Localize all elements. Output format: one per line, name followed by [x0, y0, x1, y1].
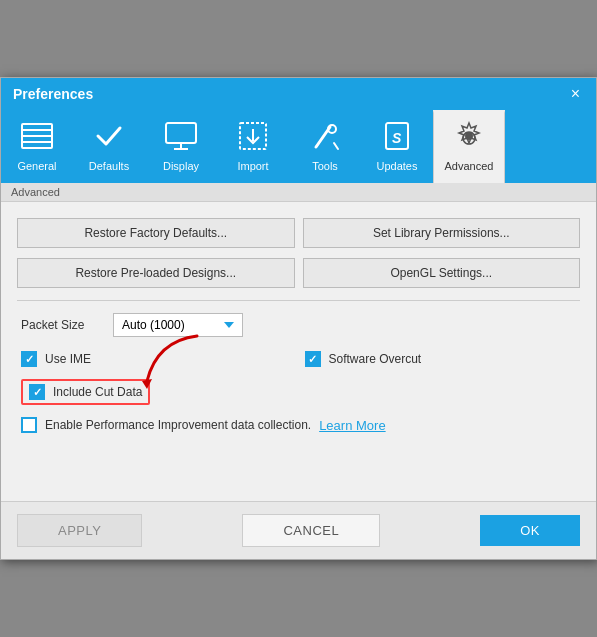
- packet-size-label: Packet Size: [21, 318, 101, 332]
- title-bar: Preferences ×: [1, 78, 596, 110]
- set-library-button[interactable]: Set Library Permissions...: [303, 218, 581, 248]
- tab-advanced[interactable]: Advanced: [433, 110, 505, 183]
- tab-general[interactable]: General: [1, 110, 73, 180]
- dropdown-arrow-icon: [224, 322, 234, 328]
- svg-text:S: S: [392, 130, 402, 146]
- restore-preloaded-button[interactable]: Restore Pre-loaded Designs...: [17, 258, 295, 288]
- window-title: Preferences: [13, 86, 93, 102]
- general-icon: [20, 121, 54, 156]
- tab-tools-label: Tools: [312, 160, 338, 172]
- use-ime-label: Use IME: [45, 352, 91, 366]
- packet-size-row: Packet Size Auto (1000): [17, 313, 580, 337]
- tab-bar: General Defaults Display: [1, 110, 596, 183]
- svg-rect-4: [166, 123, 196, 143]
- packet-size-value: Auto (1000): [122, 318, 185, 332]
- include-cut-data-row: Include Cut Data: [17, 379, 150, 405]
- footer: APPLY CANCEL OK: [1, 501, 596, 559]
- tab-defaults[interactable]: Defaults: [73, 110, 145, 180]
- content-area: Restore Factory Defaults... Set Library …: [1, 202, 596, 461]
- display-icon: [164, 121, 198, 156]
- tab-advanced-label: Advanced: [445, 160, 494, 172]
- restore-factory-button[interactable]: Restore Factory Defaults...: [17, 218, 295, 248]
- software-overcut-col: Software Overcut: [305, 351, 581, 367]
- close-button[interactable]: ×: [567, 86, 584, 102]
- ok-button[interactable]: OK: [480, 515, 580, 546]
- preferences-window: Preferences × General Defaults: [0, 77, 597, 560]
- performance-row: Enable Performance Improvement data coll…: [17, 417, 580, 433]
- tab-display-label: Display: [163, 160, 199, 172]
- tools-icon: [308, 121, 342, 156]
- opengl-button[interactable]: OpenGL Settings...: [303, 258, 581, 288]
- button-row-2: Restore Pre-loaded Designs... OpenGL Set…: [17, 258, 580, 288]
- use-ime-checkbox[interactable]: [21, 351, 37, 367]
- tab-import-label: Import: [237, 160, 268, 172]
- import-icon: [236, 121, 270, 156]
- enable-performance-label: Enable Performance Improvement data coll…: [45, 418, 311, 432]
- cancel-button[interactable]: CANCEL: [242, 514, 380, 547]
- tab-display[interactable]: Display: [145, 110, 217, 180]
- divider-1: [17, 300, 580, 301]
- tab-updates[interactable]: S Updates: [361, 110, 433, 180]
- software-overcut-checkbox[interactable]: [305, 351, 321, 367]
- breadcrumb: Advanced: [1, 183, 596, 202]
- enable-performance-checkbox[interactable]: [21, 417, 37, 433]
- ime-overcut-row: Use IME Software Overcut: [17, 351, 580, 367]
- defaults-icon: [92, 121, 126, 156]
- include-cut-data-label: Include Cut Data: [53, 385, 142, 399]
- tab-general-label: General: [17, 160, 56, 172]
- learn-more-link[interactable]: Learn More: [319, 418, 385, 433]
- software-overcut-label: Software Overcut: [329, 352, 422, 366]
- svg-line-11: [334, 143, 338, 149]
- advanced-icon: [452, 121, 486, 156]
- tab-import[interactable]: Import: [217, 110, 289, 180]
- tab-tools[interactable]: Tools: [289, 110, 361, 180]
- updates-icon: S: [380, 121, 414, 156]
- packet-size-select[interactable]: Auto (1000): [113, 313, 243, 337]
- use-ime-col: Use IME: [21, 351, 297, 367]
- include-cut-data-highlight: Include Cut Data: [21, 379, 150, 405]
- tab-updates-label: Updates: [377, 160, 418, 172]
- button-row-1: Restore Factory Defaults... Set Library …: [17, 218, 580, 248]
- tab-defaults-label: Defaults: [89, 160, 129, 172]
- include-cut-data-checkbox[interactable]: [29, 384, 45, 400]
- apply-button[interactable]: APPLY: [17, 514, 142, 547]
